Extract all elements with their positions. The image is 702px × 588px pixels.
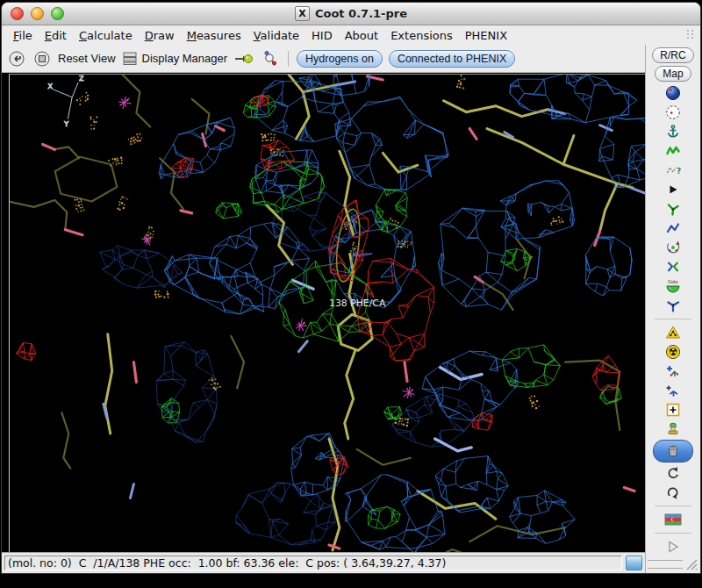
menu-file[interactable]: File [7, 27, 39, 44]
mutate-warning-icon[interactable] [654, 324, 692, 341]
status-bar: (mol. no: 0) C /1/A/138 PHE occ: 1.00 bf… [2, 552, 645, 573]
fix-atoms-anchor-icon[interactable] [654, 123, 692, 140]
svg-text:Y: Y [63, 120, 68, 128]
refine-fragment-icon[interactable]: ? [654, 161, 692, 179]
canvas-area: XZY138 PHE/CA [2, 73, 645, 552]
display-manager-icon [122, 51, 138, 66]
menu-hid[interactable]: HID [305, 27, 339, 44]
refine-sphere-icon[interactable] [654, 84, 692, 102]
reset-view-button[interactable]: Reset View [58, 52, 116, 65]
menu-about[interactable]: About [339, 27, 384, 44]
x11-icon: X [295, 6, 310, 21]
zoom-button[interactable] [51, 7, 64, 20]
tool-separator [655, 506, 691, 506]
main-toolbar: Reset View Display Manager [2, 45, 645, 73]
redo-icon[interactable] [654, 484, 692, 501]
svg-text:☢: ☢ [668, 345, 677, 358]
display-manager-button[interactable]: Display Manager [122, 51, 228, 66]
edit-chi-angles-icon[interactable] [654, 239, 692, 256]
svg-text:Side: Side [668, 279, 679, 284]
toolbar-separator [288, 51, 289, 67]
coot-window: X Coot 0.7.1-pre FileEditCalculateDrawMe… [1, 2, 701, 574]
phenix-connection-button[interactable]: Connected to PHENIX [389, 50, 515, 68]
reset-view-label: Reset View [58, 52, 116, 65]
refine-control-button[interactable]: R/RC [652, 47, 693, 63]
run-refmac-flag-icon[interactable] [654, 511, 692, 528]
delete-item-icon[interactable] [653, 440, 693, 463]
hydrogens-toggle-button[interactable]: Hydrogens on [297, 50, 383, 68]
undo-icon[interactable] [654, 464, 692, 482]
window-title: Coot 0.7.1-pre [315, 7, 407, 20]
menu-extensions[interactable]: Extensions [384, 27, 459, 44]
gl-canvas[interactable]: XZY138 PHE/CA [9, 74, 645, 552]
jiggle-fit-icon[interactable] [654, 297, 692, 314]
svg-text:?: ? [677, 167, 681, 176]
menu-grip-icon[interactable] [686, 29, 695, 41]
go-to-atom-icon[interactable] [233, 50, 254, 68]
menu-bar: FileEditCalculateDrawMeasuresValidateHID… [2, 25, 700, 45]
accept-refinement-icon[interactable] [654, 181, 692, 198]
rigid-body-fit-icon[interactable] [654, 142, 692, 160]
toolbar-back-icon[interactable] [7, 50, 26, 68]
resize-grip-icon[interactable] [684, 557, 698, 571]
status-scroll-thumb[interactable] [626, 556, 642, 570]
window-controls [11, 3, 64, 25]
menu-phenix[interactable]: PHENIX [459, 27, 513, 44]
place-atom-icon[interactable] [654, 401, 692, 419]
add-alt-conf-icon[interactable] [654, 382, 692, 399]
menu-validate[interactable]: Validate [247, 27, 305, 44]
menu-draw[interactable]: Draw [139, 27, 181, 44]
mutate-autofit-icon[interactable]: ☢ [654, 343, 692, 361]
flip-peptide-icon[interactable] [654, 258, 692, 276]
atom-info-icon[interactable] [261, 50, 280, 68]
rotamers-icon[interactable] [654, 200, 692, 218]
menu-calculate[interactable]: Calculate [73, 27, 139, 44]
svg-text:Z: Z [79, 75, 84, 82]
status-text: (mol. no: 0) C /1/A/138 PHE occ: 1.00 bf… [4, 556, 622, 570]
svg-text:X: X [48, 82, 54, 90]
minimize-button[interactable] [31, 7, 44, 20]
regularize-sphere-icon[interactable] [654, 104, 692, 121]
molecular-view[interactable]: XZY138 PHE/CA [10, 75, 645, 552]
map-button[interactable]: Map [655, 66, 691, 82]
add-terminal-residue-icon[interactable] [654, 362, 692, 380]
tool-separator [655, 533, 691, 534]
title-bar[interactable]: X Coot 0.7.1-pre [2, 3, 700, 25]
right-toolbar: R/RC Map ?Side☢ [645, 45, 700, 573]
side-chain-180-icon[interactable]: Side [654, 277, 692, 295]
display-manager-label: Display Manager [142, 52, 228, 65]
close-button[interactable] [11, 7, 24, 20]
toolbar-stop-icon[interactable] [32, 50, 52, 68]
edit-backbone-icon[interactable] [654, 219, 692, 237]
svg-text:138 PHE/CA: 138 PHE/CA [329, 298, 386, 309]
more-tools-icon[interactable] [654, 538, 692, 556]
clear-pending-icon[interactable] [654, 420, 692, 438]
bottom-scroll-track[interactable] [648, 560, 683, 569]
menu-edit[interactable]: Edit [39, 27, 73, 44]
tool-separator [655, 319, 691, 319]
menu-measures[interactable]: Measures [181, 27, 247, 44]
